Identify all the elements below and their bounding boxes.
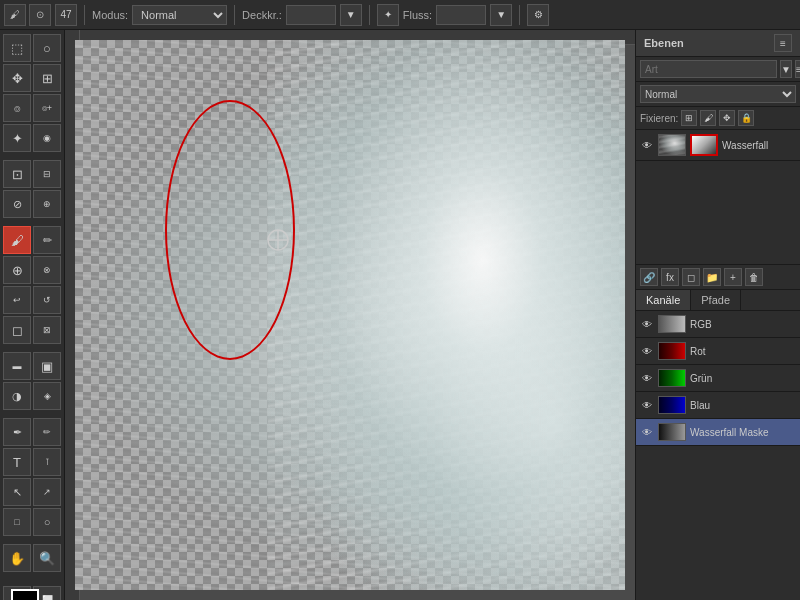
layer-thumbnail-mask bbox=[692, 136, 716, 154]
layer-thumbnail-image bbox=[659, 135, 685, 155]
channel-thumb-gruen bbox=[658, 369, 686, 387]
fixieren-label: Fixieren: bbox=[640, 113, 678, 124]
channel-thumb-rot bbox=[658, 342, 686, 360]
channel-item-rgb[interactable]: 👁 RGB bbox=[636, 311, 800, 338]
text-tools: T ⊺ bbox=[3, 448, 61, 476]
layers-options-icon[interactable]: ≡ bbox=[795, 60, 800, 78]
layer-mode-row: Normal Multiplizieren bbox=[636, 82, 800, 107]
layers-filter-icon[interactable]: ▼ bbox=[780, 60, 792, 78]
bg-eraser-tool[interactable]: ⊠ bbox=[33, 316, 61, 344]
canvas-area[interactable] bbox=[65, 30, 635, 600]
layers-search-input[interactable] bbox=[640, 60, 777, 78]
brush-num-display[interactable]: 47 bbox=[55, 4, 77, 26]
bucket-tool[interactable]: ▣ bbox=[33, 352, 61, 380]
fix-all-icon[interactable]: 🔒 bbox=[738, 110, 754, 126]
layer-mode-select[interactable]: Normal Multiplizieren bbox=[640, 85, 796, 103]
lasso-tools: ⌾ ⌾+ bbox=[3, 94, 61, 122]
hand-tool[interactable]: ✋ bbox=[3, 544, 31, 572]
opacity-arrow[interactable]: ▼ bbox=[340, 4, 362, 26]
add-style-icon[interactable]: fx bbox=[661, 268, 679, 286]
channel-item-rot[interactable]: 👁 Rot bbox=[636, 338, 800, 365]
channel-eye-blau[interactable]: 👁 bbox=[640, 398, 654, 412]
sharpen-tool[interactable]: ◈ bbox=[33, 382, 61, 410]
tab-kanale[interactable]: Kanäle bbox=[636, 290, 691, 310]
mode-select[interactable]: Normal Multiplizieren Abdunkeln bbox=[132, 5, 227, 25]
shape-tools: □ ○ bbox=[3, 508, 61, 536]
top-toolbar: 🖌 ⊙ 47 Modus: Normal Multiplizieren Abdu… bbox=[0, 0, 800, 30]
artboard-tool[interactable]: ⊞ bbox=[33, 64, 61, 92]
new-layer-icon[interactable]: + bbox=[724, 268, 742, 286]
rectangle-tool[interactable]: □ bbox=[3, 508, 31, 536]
new-group-icon[interactable]: 📁 bbox=[703, 268, 721, 286]
quick-select-tool[interactable]: ◉ bbox=[33, 124, 61, 152]
freeform-pen-tool[interactable]: ✏ bbox=[33, 418, 61, 446]
channel-item-gruen[interactable]: 👁 Grün bbox=[636, 365, 800, 392]
brush-size-value: 47 bbox=[60, 9, 71, 20]
foreground-color-swatch[interactable] bbox=[11, 589, 39, 600]
layers-menu-icon[interactable]: ≡ bbox=[774, 34, 792, 52]
airbrush-icon[interactable]: ✦ bbox=[377, 4, 399, 26]
layers-title-text: Ebenen bbox=[644, 37, 684, 49]
magic-wand-tool[interactable]: ✦ bbox=[3, 124, 31, 152]
crop-tools: ⊡ ⊟ bbox=[3, 160, 61, 188]
channel-eye-mask[interactable]: 👁 bbox=[640, 425, 654, 439]
layer-item-wasserfall[interactable]: 👁 Wasserfall bbox=[636, 130, 800, 161]
brush-tool-icon[interactable]: 🖌 bbox=[4, 4, 26, 26]
direct-select-tool[interactable]: ↗ bbox=[33, 478, 61, 506]
flow-input[interactable]: 100% bbox=[436, 5, 486, 25]
blur-tool[interactable]: ◑ bbox=[3, 382, 31, 410]
channel-item-blau[interactable]: 👁 Blau bbox=[636, 392, 800, 419]
link-layers-icon[interactable]: 🔗 bbox=[640, 268, 658, 286]
layers-bottom-bar: 🔗 fx ◻ 📁 + 🗑 bbox=[636, 264, 800, 289]
gradient-tool[interactable]: ▬ bbox=[3, 352, 31, 380]
vertical-type-tool[interactable]: ⊺ bbox=[33, 448, 61, 476]
brush-size-icon[interactable]: ⊙ bbox=[29, 4, 51, 26]
layer-visibility-eye[interactable]: 👁 bbox=[640, 138, 654, 152]
elliptical-marquee-tool[interactable]: ○ bbox=[33, 34, 61, 62]
path-select-tool[interactable]: ↖ bbox=[3, 478, 31, 506]
divider-3 bbox=[369, 5, 370, 25]
flow-arrow[interactable]: ▼ bbox=[490, 4, 512, 26]
polygon-lasso-tool[interactable]: ⌾+ bbox=[33, 94, 61, 122]
rectangular-marquee-tool[interactable]: ⬚ bbox=[3, 34, 31, 62]
options-icon[interactable]: ⚙ bbox=[527, 4, 549, 26]
gradient-tools: ▬ ▣ bbox=[3, 352, 61, 380]
fix-transparent-icon[interactable]: ⊞ bbox=[681, 110, 697, 126]
zoom-tool[interactable]: 🔍 bbox=[33, 544, 61, 572]
perspective-crop-tool[interactable]: ⊟ bbox=[33, 160, 61, 188]
channel-eye-rot[interactable]: 👁 bbox=[640, 344, 654, 358]
channels-tabs: Kanäle Pfade bbox=[636, 290, 800, 311]
fix-brush-icon[interactable]: 🖌 bbox=[700, 110, 716, 126]
opacity-input[interactable]: 100% bbox=[286, 5, 336, 25]
lasso-tool[interactable]: ⌾ bbox=[3, 94, 31, 122]
art-history-brush-tool[interactable]: ↺ bbox=[33, 286, 61, 314]
eraser-tool[interactable]: ◻ bbox=[3, 316, 31, 344]
channel-eye-gruen[interactable]: 👁 bbox=[640, 371, 654, 385]
channel-item-wasserfall-maske[interactable]: 👁 Wasserfall Maske bbox=[636, 419, 800, 446]
channel-eye-rgb[interactable]: 👁 bbox=[640, 317, 654, 331]
eyedropper-tool[interactable]: ⊘ bbox=[3, 190, 31, 218]
crop-tool[interactable]: ⊡ bbox=[3, 160, 31, 188]
pen-tool[interactable]: ✒ bbox=[3, 418, 31, 446]
clone-stamp-tool[interactable]: ⊕ bbox=[3, 256, 31, 284]
eraser-tools: ◻ ⊠ bbox=[3, 316, 61, 344]
brush-icon-group: 🖌 ⊙ bbox=[4, 4, 51, 26]
move-tool[interactable]: ✥ bbox=[3, 64, 31, 92]
layers-empty-area[interactable] bbox=[636, 161, 800, 264]
channel-thumb-blau bbox=[658, 396, 686, 414]
add-mask-icon[interactable]: ◻ bbox=[682, 268, 700, 286]
history-brush-tool[interactable]: ↩ bbox=[3, 286, 31, 314]
color-sampler-tool[interactable]: ⊕ bbox=[33, 190, 61, 218]
fix-position-icon[interactable]: ✥ bbox=[719, 110, 735, 126]
horizontal-type-tool[interactable]: T bbox=[3, 448, 31, 476]
delete-layer-icon[interactable]: 🗑 bbox=[745, 268, 763, 286]
marquee-tools: ⬚ ○ bbox=[3, 34, 61, 62]
pattern-stamp-tool[interactable]: ⊗ bbox=[33, 256, 61, 284]
ellipse-tool[interactable]: ○ bbox=[33, 508, 61, 536]
channel-name-rgb: RGB bbox=[690, 319, 712, 330]
nav-tools: ✋ 🔍 bbox=[3, 544, 61, 572]
tab-pfade[interactable]: Pfade bbox=[691, 290, 741, 310]
canvas-container[interactable] bbox=[75, 40, 625, 590]
pencil-tool[interactable]: ✏ bbox=[33, 226, 61, 254]
brush-tool[interactable]: 🖌 bbox=[3, 226, 31, 254]
